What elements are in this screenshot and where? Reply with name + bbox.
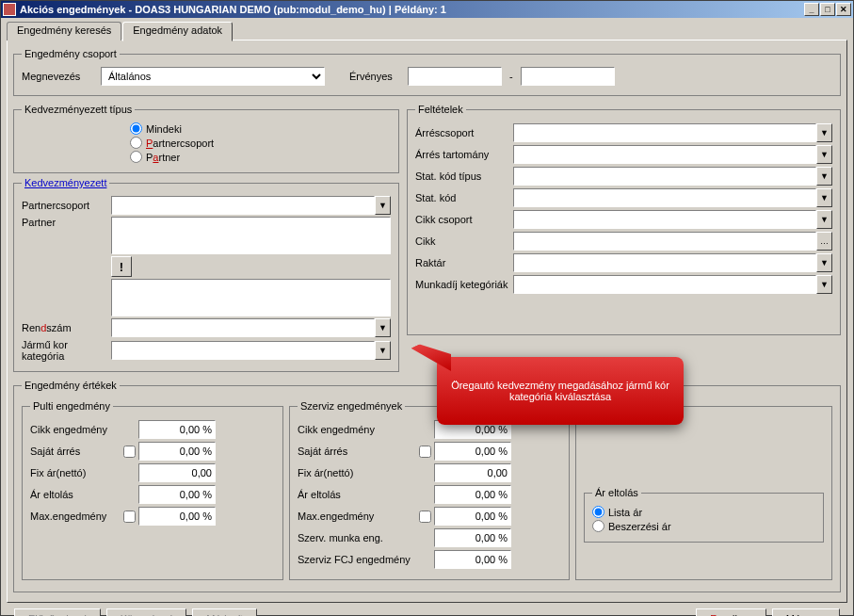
sz-fcj-input[interactable] [434, 550, 511, 569]
sz-maxeng-check[interactable] [419, 511, 431, 523]
partnercsoport-dropdown[interactable]: ▼ [375, 196, 391, 215]
sz-fcj-label: Szerviz FCJ engedmény [298, 554, 415, 565]
radio-partner-label: Partner [146, 152, 180, 163]
conditions-fieldset: Feltételek Árréscsoport▼ Árrés tartomány… [407, 104, 841, 335]
modify-button[interactable]: Módosít [192, 608, 257, 616]
cond-statkod-label: Stat. kód [415, 192, 513, 203]
partner-extra-textarea[interactable] [111, 279, 391, 316]
cond-cikk-browse[interactable]: … [816, 232, 832, 251]
radio-lista-ar-label: Lista ár [608, 507, 642, 518]
sz-cikk-label: Cikk engedmény [298, 424, 415, 435]
cond-arrescsoport-dd[interactable]: ▼ [816, 123, 832, 142]
values-fieldset: Engedmény értékek Pulti engedmény Cikk e… [13, 380, 841, 592]
szerviz-legend: Szerviz engedmények [298, 400, 405, 412]
sz-eltolas-input[interactable] [434, 485, 511, 504]
pulti-maxeng-input[interactable] [138, 507, 216, 526]
sz-sajat-check[interactable] [419, 446, 431, 458]
pulti-cikk-input[interactable] [138, 420, 216, 439]
cond-arrestart-label: Árrés tartomány [415, 149, 513, 160]
pulti-eltolas-label: Ár eltolás [30, 489, 120, 500]
cancel-button[interactable]: Mégsem [772, 608, 840, 616]
bentype-legend: Kedvezményezett típus [22, 104, 135, 115]
valid-from-input[interactable] [408, 67, 502, 86]
conditions-legend: Feltételek [415, 104, 466, 115]
next-record-button[interactable]: Köv. rekord [106, 608, 186, 616]
app-icon [3, 3, 16, 16]
right-values-fieldset: iz engedmények Ár eltolás Lista ár Besze… [575, 400, 832, 580]
pulti-fixar-input[interactable] [138, 463, 216, 482]
tab-search[interactable]: Engedmény keresés [7, 22, 121, 41]
sz-fixar-label: Fix ár(nettó) [298, 467, 415, 478]
cond-raktar-dd[interactable]: ▼ [816, 253, 832, 272]
name-select[interactable]: Általános [101, 67, 325, 86]
sz-fixar-input[interactable] [434, 463, 511, 482]
radio-beszerzesi-ar-label: Beszerzési ár [608, 521, 671, 532]
cond-statkodtipus-label: Stat. kód típus [415, 170, 513, 182]
cond-statkodtipus-input[interactable] [513, 167, 816, 186]
pulti-fieldset: Pulti engedmény Cikk engedmény Saját árr… [22, 400, 283, 580]
szerviz-fieldset: Szerviz engedmények Cikk engedmény Saját… [289, 400, 570, 580]
values-legend: Engedmény értékek [22, 380, 120, 391]
valid-label: Érvényes [349, 71, 408, 82]
prev-record-button[interactable]: Előző rekord [14, 608, 101, 616]
radio-beszerzesi-ar[interactable] [592, 520, 604, 532]
ok-button[interactable]: Rendben [696, 608, 766, 616]
cond-statkod-input[interactable] [513, 188, 816, 207]
valid-to-input[interactable] [521, 67, 615, 86]
cond-munkadij-label: Munkadíj ketegóriák [415, 279, 513, 290]
name-label: Megnevezés [22, 71, 101, 82]
cond-cikk-input[interactable] [513, 232, 816, 251]
rendszam-label: Rendszám [22, 322, 111, 333]
jarmu-kor-dropdown[interactable]: ▼ [375, 341, 391, 360]
window-title: Akciós engedmények - DOAS3 HUNGARIAN DEM… [20, 4, 804, 15]
cond-arrestart-dd[interactable]: ▼ [816, 145, 832, 164]
cond-cikkcsoport-input[interactable] [513, 210, 816, 229]
partnercsoport-label: Partnercsoport [22, 200, 111, 211]
jarmu-kor-label: Jármű kor kategória [22, 339, 111, 362]
cond-cikkcsoport-dd[interactable]: ▼ [816, 210, 832, 229]
partnercsoport-input[interactable] [111, 196, 375, 215]
cond-raktar-input[interactable] [513, 253, 816, 272]
cond-arrestart-input[interactable] [513, 145, 816, 164]
group-fieldset: Engedmény csoport Megnevezés Általános É… [13, 48, 841, 96]
radio-partnercsoport[interactable] [130, 137, 142, 149]
sz-munka-input[interactable] [434, 528, 511, 547]
tab-data[interactable]: Engedmény adatok [122, 22, 233, 41]
radio-partner[interactable] [130, 151, 142, 163]
partner-input[interactable] [111, 217, 391, 254]
callout-tooltip: Öregautó kedvezmény megadásához jármű kó… [437, 357, 684, 425]
maximize-button[interactable]: □ [820, 3, 835, 16]
bentype-fieldset: Kedvezményezett típus Mindeki Partnercso… [13, 104, 399, 173]
sz-maxeng-label: Max.engedmény [298, 511, 415, 522]
close-button[interactable]: ✕ [836, 3, 851, 16]
cond-statkod-dd[interactable]: ▼ [816, 188, 832, 207]
sz-eltolas-label: Ár eltolás [298, 489, 415, 500]
pulti-maxeng-check[interactable] [123, 511, 136, 523]
jarmu-kor-input[interactable] [111, 341, 375, 360]
offset-legend: Ár eltolás [592, 487, 641, 498]
sz-sajat-input[interactable] [434, 442, 511, 461]
cond-munkadij-input[interactable] [513, 275, 816, 294]
radio-mindenki[interactable] [130, 122, 142, 135]
minimize-button[interactable]: _ [804, 3, 819, 16]
pulti-eltolas-input[interactable] [138, 485, 216, 504]
pulti-sajat-check[interactable] [123, 446, 136, 458]
cond-statkodtipus-dd[interactable]: ▼ [816, 167, 832, 186]
sz-sajat-label: Saját árrés [298, 446, 415, 457]
radio-lista-ar[interactable] [592, 506, 604, 518]
rendszam-dropdown[interactable]: ▼ [375, 318, 391, 337]
exclaim-button[interactable]: ! [111, 256, 132, 277]
rendszam-input[interactable] [111, 318, 375, 337]
pulti-sajat-input[interactable] [138, 442, 216, 461]
sz-maxeng-input[interactable] [434, 507, 511, 526]
partner-label: Partner [22, 217, 111, 228]
cond-cikkcsoport-label: Cikk csoport [415, 214, 513, 225]
beneficiary-fieldset: Kedvezményezett Partnercsoport ▼ Partner [13, 177, 399, 372]
cond-raktar-label: Raktár [415, 257, 513, 268]
beneficiary-legend: Kedvezményezett [22, 177, 109, 188]
offset-fieldset: Ár eltolás Lista ár Beszerzési ár [584, 487, 824, 543]
cond-munkadij-dd[interactable]: ▼ [816, 275, 832, 294]
callout-text: Öregautó kedvezmény megadásához jármű kó… [448, 380, 672, 402]
cond-arrescsoport-input[interactable] [513, 123, 816, 142]
titlebar: Akciós engedmények - DOAS3 HUNGARIAN DEM… [1, 1, 853, 18]
